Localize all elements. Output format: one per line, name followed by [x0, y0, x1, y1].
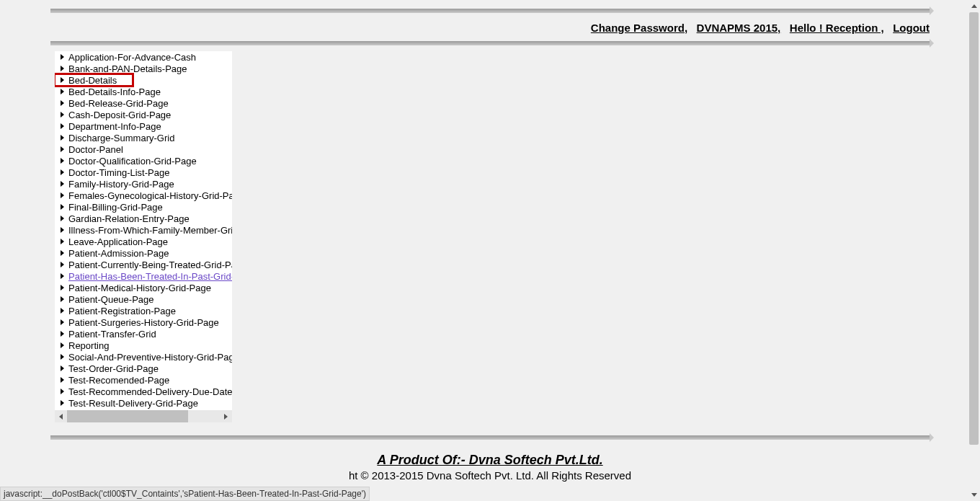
scroll-right-button[interactable] [220, 410, 232, 422]
chevron-down-icon [971, 493, 977, 497]
tree-expand-icon[interactable] [61, 273, 64, 279]
tree-item-label: Application-For-Advance-Cash [68, 52, 196, 63]
tree-item[interactable]: Bank-and-PAN-Details-Page [61, 63, 232, 74]
tree-item[interactable]: Bed-Release-Grid-Page [61, 97, 232, 109]
footer-copyright: ht © 2013-2015 Dvna Softech Pvt. Ltd. Al… [50, 469, 930, 482]
tree-item[interactable]: Test-Recommended-Delivery-Due-Date [61, 386, 232, 397]
tree-item[interactable]: Patient-Surgeries-History-Grid-Page [61, 316, 232, 328]
tree-item[interactable]: Doctor-Panel [61, 143, 232, 155]
greeting-link[interactable]: Hello ! Reception , [790, 22, 884, 34]
tree-expand-icon[interactable] [61, 66, 64, 71]
tree-expand-icon[interactable] [61, 100, 64, 106]
tree-item[interactable]: Bed-Details-Info-Page [61, 86, 232, 97]
tree-expand-icon[interactable] [61, 204, 64, 210]
change-password-link[interactable]: Change Password, [591, 22, 687, 34]
tree-item[interactable]: Patient-Transfer-Grid [61, 328, 232, 340]
tree-item-label: Final-Billing-Grid-Page [68, 202, 163, 213]
scroll-down-button[interactable] [968, 489, 980, 501]
tree-expand-icon[interactable] [61, 308, 64, 314]
tree-item[interactable]: Test-Recomended-Page [61, 374, 232, 386]
scroll-track[interactable] [67, 410, 220, 422]
tree-item-label: Test-Recommended-Delivery-Due-Date [68, 386, 232, 397]
tree-expand-icon[interactable] [61, 331, 64, 337]
tree-item-label: Cash-Deposit-Grid-Page [68, 110, 171, 120]
tree-expand-icon[interactable] [61, 216, 64, 221]
tree-expand-icon[interactable] [61, 319, 64, 325]
tree-expand-icon[interactable] [61, 135, 64, 141]
tree-expand-icon[interactable] [61, 169, 64, 175]
tree-expand-icon[interactable] [61, 285, 64, 291]
tree-item[interactable]: Patient-Registration-Page [61, 305, 232, 316]
tree-item[interactable]: Final-Billing-Grid-Page [61, 201, 232, 213]
tree-item[interactable]: Cash-Deposit-Grid-Page [61, 109, 232, 120]
tree-expand-icon[interactable] [61, 354, 64, 360]
tree-item[interactable]: Patient-Has-Been-Treated-In-Past-Grid-Pa… [61, 270, 232, 282]
tree-item[interactable]: Patient-Currently-Being-Treated-Grid-Pag… [61, 259, 232, 270]
footer-product-link[interactable]: A Product Of:- Dvna Softech Pvt.Ltd. [50, 453, 930, 468]
tree-item-label: Family-History-Grid-Page [68, 179, 174, 190]
tree-expand-icon[interactable] [61, 377, 64, 383]
tree-item-label: Patient-Admission-Page [68, 248, 169, 259]
tree-expand-icon[interactable] [61, 365, 64, 371]
tree-expand-icon[interactable] [61, 239, 64, 244]
tree-item[interactable]: Family-History-Grid-Page [61, 178, 232, 190]
tree-item-label: Discharge-Summary-Grid [68, 133, 174, 143]
tree-item[interactable]: Application-For-Advance-Cash [61, 51, 232, 63]
tree-item[interactable]: Discharge-Summary-Grid [61, 132, 232, 143]
tree-item[interactable]: Females-Gynecological-History-Grid-Page [61, 190, 232, 201]
tree-expand-icon[interactable] [61, 389, 64, 394]
vscroll-thumb[interactable] [969, 12, 979, 445]
top-divider [50, 9, 930, 13]
tree-item-label: Females-Gynecological-History-Grid-Page [68, 190, 232, 201]
scroll-thumb[interactable] [67, 410, 188, 422]
tree-item[interactable]: Bed-Details [61, 74, 232, 86]
tree-item-label: Test-Recomended-Page [68, 375, 169, 386]
tree-expand-icon[interactable] [61, 54, 64, 60]
tree-item[interactable]: Social-And-Preventive-History-Grid-Page [61, 351, 232, 363]
tree-item[interactable]: Doctor-Qualification-Grid-Page [61, 155, 232, 167]
scroll-up-button[interactable] [968, 0, 980, 12]
tree-expand-icon[interactable] [61, 400, 64, 406]
tree-item-label: Bed-Details [68, 75, 117, 86]
tree-item-label: Patient-Queue-Page [68, 294, 154, 305]
tree-item-label: Gardian-Relation-Entry-Page [68, 213, 190, 224]
tree-expand-icon[interactable] [61, 112, 64, 118]
tree-expand-icon[interactable] [61, 296, 64, 302]
tree-item[interactable]: Illness-From-Which-Family-Member-Grid [61, 224, 232, 236]
logout-link[interactable]: Logout [893, 22, 930, 34]
chevron-right-icon [224, 414, 228, 420]
tree-expand-icon[interactable] [61, 158, 64, 164]
vscroll-track[interactable] [968, 12, 980, 489]
tree-item[interactable]: Patient-Queue-Page [61, 293, 232, 305]
tree-expand-icon[interactable] [61, 342, 64, 348]
tree-item-label: Doctor-Panel [68, 144, 123, 155]
tree-item-label: Bed-Release-Grid-Page [68, 98, 169, 109]
scroll-left-button[interactable] [55, 410, 67, 422]
tree-expand-icon[interactable] [61, 192, 64, 198]
tree-item[interactable]: Gardian-Relation-Entry-Page [61, 213, 232, 224]
page-vertical-scrollbar[interactable] [968, 0, 980, 501]
tree-item-label: Department-Info-Page [68, 121, 161, 132]
tree-item[interactable]: Test-Result-Delivery-Grid-Page [61, 397, 232, 409]
tree-expand-icon[interactable] [61, 250, 64, 256]
tree-item[interactable]: Reporting [61, 340, 232, 351]
tree-horizontal-scrollbar[interactable] [55, 410, 232, 422]
app-title-link[interactable]: DVNAPMS 2015, [697, 22, 781, 34]
tree-item[interactable]: Patient-Medical-History-Grid-Page [61, 282, 232, 293]
tree-item[interactable]: Leave-Application-Page [61, 236, 232, 247]
tree-item-label: Bank-and-PAN-Details-Page [68, 63, 187, 74]
chevron-up-icon [971, 4, 977, 8]
tree-expand-icon[interactable] [61, 181, 64, 187]
tree-expand-icon[interactable] [61, 146, 64, 152]
tree-item[interactable]: Doctor-Timing-List-Page [61, 167, 232, 178]
tree-item[interactable]: Test-Order-Grid-Page [61, 363, 232, 374]
tree-item[interactable]: Patient-Admission-Page [61, 247, 232, 259]
tree-expand-icon[interactable] [61, 262, 64, 267]
tree-item-label: Leave-Application-Page [68, 236, 168, 247]
tree-expand-icon[interactable] [61, 123, 64, 129]
tree-expand-icon[interactable] [61, 227, 64, 233]
tree-expand-icon[interactable] [61, 89, 64, 94]
tree-item[interactable]: Department-Info-Page [61, 120, 232, 132]
tree-item-label: Patient-Transfer-Grid [68, 329, 156, 340]
tree-expand-icon[interactable] [61, 77, 64, 83]
